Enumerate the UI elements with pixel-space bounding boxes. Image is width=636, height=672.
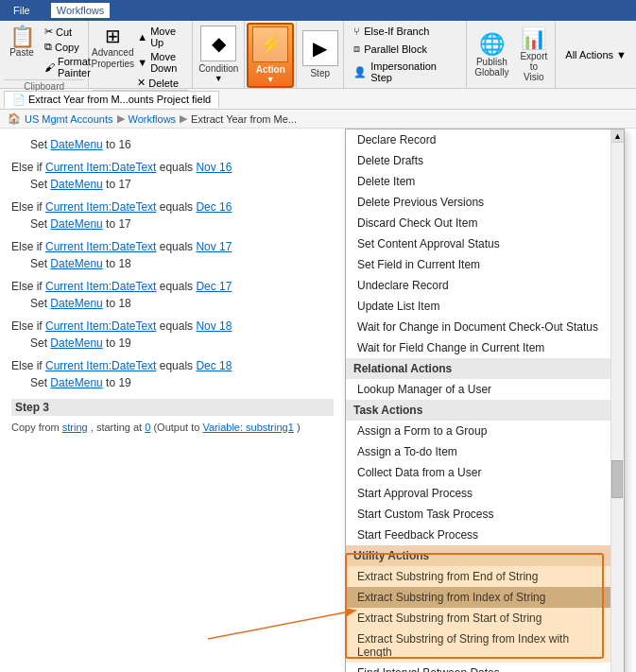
ribbon-top-bar: File Workflows — [0, 0, 636, 21]
wf-line-1: Set DateMenu to 16 — [11, 136, 334, 153]
step3-header: Step 3 — [11, 399, 334, 416]
ribbon-group-modify: ⊞ AdvancedProperties ▲ Move Up ▼ Move Do… — [89, 21, 193, 88]
wf-datemenu-link-3[interactable]: DateMenu — [50, 217, 102, 231]
dropdown-item-start-feedback[interactable]: Start Feedback Process — [346, 525, 610, 545]
impersonation-step-button[interactable]: 👤 Impersonation Step — [350, 59, 460, 85]
breadcrumb-sep-2: ▶ — [180, 112, 187, 125]
wf-line-set-6: Set DateMenu to 19 — [11, 335, 334, 352]
dropdown-item-discard[interactable]: Discard Check Out Item — [346, 213, 610, 233]
wf-current-item-4[interactable]: Current Item:DateText — [45, 280, 156, 293]
dropdown-item-start-custom[interactable]: Start Custom Task Process — [346, 504, 610, 525]
dropdown-item-find-interval[interactable]: Find Interval Between Dates — [346, 663, 610, 672]
dropdown-item-assign-todo[interactable]: Assign a To-do Item — [346, 441, 610, 462]
else-if-branch-button[interactable]: ⑂ Else-If Branch — [350, 24, 460, 39]
zero-link[interactable]: 0 — [145, 422, 150, 433]
wf-dec18-link[interactable]: Dec 18 — [196, 359, 232, 372]
wf-else-if-2: Else if — [11, 200, 45, 214]
ribbon-group-publish-export: 🌐 PublishGlobally 📊 Exportto Visio — [467, 21, 556, 88]
dropdown-item-extract-index[interactable]: Extract Substring from Index of String — [346, 587, 610, 608]
export-label: Exportto Visio — [520, 51, 547, 82]
paste-button[interactable]: 📋 Paste — [4, 25, 40, 60]
move-down-button[interactable]: ▼ Move Down — [134, 50, 188, 75]
action-label: Action — [256, 64, 285, 75]
wf-to-text-7: to — [106, 376, 118, 389]
delete-icon: ✕ — [137, 77, 146, 89]
main-area: Set DateMenu to 16 Else if Current Item:… — [0, 129, 636, 672]
all-actions-button[interactable]: All Actions ▼ — [559, 47, 632, 62]
wf-nov16-link[interactable]: Nov 16 — [196, 161, 232, 174]
step-button[interactable]: ▶ Step — [299, 28, 342, 80]
wf-datemenu-link-6[interactable]: DateMenu — [50, 336, 102, 350]
wf-line-else-4: Else if Current Item:DateText equals Dec… — [11, 278, 334, 295]
breadcrumb-item-1[interactable]: US Mgmt Accounts — [25, 113, 113, 125]
move-down-label: Move Down — [150, 51, 185, 74]
dropdown-item-delete-drafts[interactable]: Delete Drafts — [346, 150, 610, 171]
copy-icon: ⧉ — [44, 41, 52, 53]
condition-button[interactable]: ◆ Condition ▼ — [195, 24, 242, 85]
dropdown-item-delete-item[interactable]: Delete Item — [346, 171, 610, 192]
publish-globally-button[interactable]: 🌐 PublishGlobally — [471, 30, 512, 79]
workflow-content: Set DateMenu to 16 Else if Current Item:… — [0, 129, 345, 672]
dropdown-item-collect-data[interactable]: Collect Data from a User — [346, 462, 610, 483]
copy-button[interactable]: ⧉ Copy — [42, 40, 94, 54]
app-tab-workflows[interactable]: Workflows — [51, 3, 111, 18]
wf-current-item-2[interactable]: Current Item:DateText — [45, 200, 156, 214]
wf-datemenu-link-2[interactable]: DateMenu — [50, 178, 102, 191]
format-painter-button[interactable]: 🖌 Format Painter — [42, 55, 94, 79]
wf-datemenu-link-1[interactable]: DateMenu — [50, 138, 102, 151]
close-paren: ) — [297, 422, 301, 433]
wf-val-3: 17 — [118, 217, 130, 231]
wf-datemenu-link-4[interactable]: DateMenu — [50, 257, 102, 270]
string-link[interactable]: string — [62, 422, 88, 433]
wf-dec16-link[interactable]: Dec 16 — [196, 200, 232, 214]
dropdown-item-set-field[interactable]: Set Field in Current Item — [346, 254, 610, 275]
move-up-button[interactable]: ▲ Move Up — [134, 25, 188, 49]
parallel-block-button[interactable]: ⧈ Parallel Block — [350, 41, 460, 57]
ribbon: 📋 Paste ✂ Cut ⧉ Copy 🖌 Format Painter Cl… — [0, 21, 636, 89]
wf-val-2: 17 — [118, 178, 130, 191]
dropdown-item-extract-start[interactable]: Extract Substring from Start of String — [346, 608, 610, 629]
export-visio-button[interactable]: 📊 Exportto Visio — [516, 25, 551, 84]
dropdown-item-lookup[interactable]: Lookup Manager of a User — [346, 379, 610, 400]
dropdown-item-wait-field[interactable]: Wait for Field Change in Current Item — [346, 337, 610, 358]
condition-label: Condition — [198, 63, 238, 74]
dropdown-item-start-approval[interactable]: Start Approval Process — [346, 483, 610, 504]
wf-val-1: 16 — [118, 138, 130, 151]
dropdown-item-assign-form[interactable]: Assign a Form to a Group — [346, 421, 610, 441]
breadcrumb-item-2[interactable]: Workflows — [129, 113, 177, 125]
dropdown-item-declare[interactable]: Declare Record — [346, 129, 610, 150]
dropdown-item-delete-prev[interactable]: Delete Previous Versions — [346, 192, 610, 213]
dropdown-item-wait-change[interactable]: Wait for Change in Document Check-Out St… — [346, 317, 610, 337]
advanced-properties-button[interactable]: ⊞ AdvancedProperties — [93, 25, 132, 72]
cut-button[interactable]: ✂ Cut — [42, 25, 94, 39]
wf-line-else-5: Else if Current Item:DateText equals Nov… — [11, 318, 334, 335]
wf-current-item-1[interactable]: Current Item:DateText — [45, 161, 156, 174]
delete-button[interactable]: ✕ Delete — [134, 76, 188, 90]
dropdown-item-set-approval[interactable]: Set Content Approval Status — [346, 233, 610, 254]
dropdown-item-update-list[interactable]: Update List Item — [346, 296, 610, 317]
wf-current-item-6[interactable]: Current Item:DateText — [45, 359, 156, 372]
variable-link[interactable]: Variable: substring1 — [202, 422, 293, 433]
dropdown-item-extract-end[interactable]: Extract Substring from End of String — [346, 566, 610, 587]
wf-else-if-5: Else if — [11, 319, 45, 333]
ribbon-group-all-actions: All Actions ▼ — [556, 21, 636, 88]
wf-datemenu-link-7[interactable]: DateMenu — [50, 376, 102, 389]
wf-datemenu-link-5[interactable]: DateMenu — [50, 297, 102, 310]
format-painter-label: Format Painter — [58, 56, 91, 78]
document-tab[interactable]: 📄 Extract Year from M...ounts Project fi… — [4, 91, 219, 108]
wf-current-item-5[interactable]: Current Item:DateText — [45, 319, 156, 333]
step3-copy-line: Copy from string , starting at 0 (Output… — [11, 420, 334, 435]
dropdown-item-extract-length[interactable]: Extract Substring of String from Index w… — [346, 629, 610, 663]
action-button[interactable]: ⚡ Action ▼ — [247, 23, 294, 88]
app-tab-file[interactable]: File — [8, 3, 36, 18]
scroll-up-button[interactable]: ▲ — [611, 129, 625, 143]
wf-current-item-3[interactable]: Current Item:DateText — [45, 240, 156, 253]
wf-set-text-7: Set — [30, 376, 50, 389]
dropdown-item-undeclare[interactable]: Undeclare Record — [346, 275, 610, 296]
wf-dec17-link[interactable]: Dec 17 — [196, 280, 232, 293]
wf-val-5: 18 — [118, 297, 130, 310]
impersonation-step-label: Impersonation Step — [370, 60, 456, 83]
scroll-thumb[interactable] — [611, 460, 623, 498]
wf-nov17-link[interactable]: Nov 17 — [196, 240, 232, 253]
wf-nov18-link[interactable]: Nov 18 — [196, 319, 232, 333]
